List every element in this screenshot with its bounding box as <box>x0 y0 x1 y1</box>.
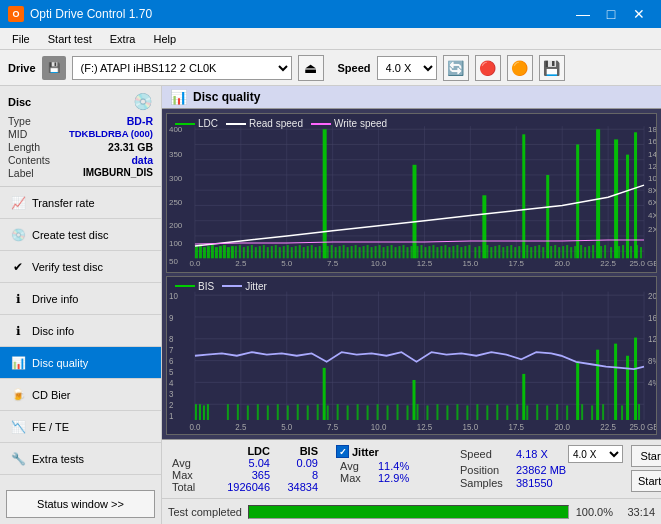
position-label: Position <box>460 464 512 476</box>
ldc-bis-stats: LDC BIS Avg 5.04 0.09 Max 365 8 Total <box>168 445 328 493</box>
nav-verify-test-disc[interactable]: ✔ Verify test disc <box>0 251 161 283</box>
maximize-button[interactable]: □ <box>597 0 625 28</box>
svg-text:18X: 18X <box>648 125 656 134</box>
settings-button1[interactable]: 🔴 <box>475 55 501 81</box>
menu-file[interactable]: File <box>4 31 38 47</box>
jitter-color <box>222 285 242 287</box>
drive-icon: 💾 <box>42 56 66 80</box>
status-window-button[interactable]: Status window >> <box>6 490 155 518</box>
stats-avg-label: Avg <box>172 457 212 469</box>
nav-fe-te[interactable]: 📉 FE / TE <box>0 411 161 443</box>
nav-cd-bier[interactable]: 🍺 CD Bier <box>0 379 161 411</box>
svg-rect-110 <box>407 247 409 258</box>
content-area: 📊 Disc quality LDC Read speed <box>162 86 661 524</box>
svg-text:2X: 2X <box>648 225 656 234</box>
nav-transfer-rate[interactable]: 📈 Transfer rate <box>0 187 161 219</box>
svg-rect-53 <box>215 247 218 258</box>
menu-start-test[interactable]: Start test <box>40 31 100 47</box>
svg-rect-208 <box>207 404 209 420</box>
svg-rect-54 <box>219 246 222 258</box>
svg-rect-145 <box>562 246 564 258</box>
stats-max-bis: 8 <box>278 469 318 481</box>
svg-rect-106 <box>391 245 393 258</box>
svg-rect-216 <box>634 337 637 419</box>
speed-label: Speed <box>460 448 512 460</box>
progress-time: 33:14 <box>619 506 655 518</box>
svg-text:9: 9 <box>169 311 173 322</box>
settings-button2[interactable]: 🟠 <box>507 55 533 81</box>
read-speed-legend: Read speed <box>226 118 303 129</box>
svg-rect-120 <box>448 247 450 258</box>
progress-percent: 100.0% <box>575 506 613 518</box>
svg-rect-222 <box>277 404 279 420</box>
speed-select[interactable]: 4.0 X <box>377 56 437 80</box>
eject-button[interactable]: ⏏ <box>298 55 324 81</box>
svg-rect-117 <box>436 247 438 258</box>
drive-info-icon: ℹ <box>10 291 26 307</box>
svg-text:8%: 8% <box>648 355 656 366</box>
svg-text:2.5: 2.5 <box>235 259 247 268</box>
svg-rect-157 <box>622 245 624 258</box>
nav-drive-info[interactable]: ℹ Drive info <box>0 283 161 315</box>
nav-create-test-disc[interactable]: 💿 Create test disc <box>0 219 161 251</box>
nav-disc-info[interactable]: ℹ Disc info <box>0 315 161 347</box>
svg-rect-100 <box>367 245 369 258</box>
svg-rect-206 <box>199 404 201 420</box>
menu-extra[interactable]: Extra <box>102 31 144 47</box>
svg-rect-101 <box>371 247 373 258</box>
disc-header: Disc 💿 <box>8 92 153 111</box>
svg-rect-245 <box>506 405 508 420</box>
nav-extra-tests[interactable]: 🔧 Extra tests <box>0 443 161 475</box>
verify-test-disc-icon: ✔ <box>10 259 26 275</box>
svg-text:12.5: 12.5 <box>417 420 433 431</box>
svg-rect-114 <box>424 247 426 258</box>
title-bar-controls: — □ ✕ <box>569 0 653 28</box>
refresh-button[interactable]: 🔄 <box>443 55 469 81</box>
svg-rect-243 <box>486 405 488 420</box>
speed-value: 4.18 X <box>516 448 564 460</box>
save-button[interactable]: 💾 <box>539 55 565 81</box>
svg-rect-82 <box>291 247 293 258</box>
svg-rect-138 <box>530 247 532 258</box>
svg-rect-124 <box>464 246 466 258</box>
disc-row-length: Length 23.31 GB <box>8 141 153 153</box>
svg-rect-68 <box>235 246 237 258</box>
svg-text:12.5: 12.5 <box>417 259 433 268</box>
svg-rect-115 <box>428 246 430 258</box>
svg-rect-209 <box>323 367 326 419</box>
jitter-checkbox[interactable]: ✓ <box>336 445 349 458</box>
start-part-button[interactable]: Start part <box>631 470 661 492</box>
minimize-button[interactable]: — <box>569 0 597 28</box>
progress-bar-outer <box>248 505 569 519</box>
svg-text:2.5: 2.5 <box>235 420 246 431</box>
svg-rect-252 <box>581 404 583 420</box>
disc-type-label: Type <box>8 115 31 127</box>
nav-items: 📈 Transfer rate 💿 Create test disc ✔ Ver… <box>0 187 161 484</box>
start-full-button[interactable]: Start full <box>631 445 661 467</box>
svg-rect-107 <box>395 247 397 258</box>
create-test-disc-icon: 💿 <box>10 227 26 243</box>
svg-text:0.0: 0.0 <box>189 420 200 431</box>
svg-rect-250 <box>556 404 558 420</box>
drive-select[interactable]: (F:) ATAPI iHBS112 2 CL0K <box>72 56 292 80</box>
svg-rect-152 <box>592 245 594 258</box>
svg-rect-93 <box>339 246 341 258</box>
svg-rect-123 <box>460 247 462 258</box>
svg-rect-148 <box>574 246 576 258</box>
svg-rect-235 <box>407 405 409 420</box>
svg-text:50: 50 <box>169 257 178 266</box>
svg-text:0.0: 0.0 <box>189 259 201 268</box>
disc-quality-title: Disc quality <box>193 90 260 104</box>
nav-disc-quality[interactable]: 📊 Disc quality <box>0 347 161 379</box>
svg-rect-134 <box>510 245 512 258</box>
speed-override-select[interactable]: 4.0 X <box>568 445 623 463</box>
disc-icon: 💿 <box>133 92 153 111</box>
svg-rect-76 <box>267 247 269 258</box>
close-button[interactable]: ✕ <box>625 0 653 28</box>
write-speed-label: Write speed <box>334 118 387 129</box>
svg-rect-108 <box>399 246 401 258</box>
svg-rect-80 <box>283 246 285 258</box>
nav-cd-bier-label: CD Bier <box>32 389 71 401</box>
svg-rect-87 <box>311 245 313 258</box>
menu-help[interactable]: Help <box>145 31 184 47</box>
